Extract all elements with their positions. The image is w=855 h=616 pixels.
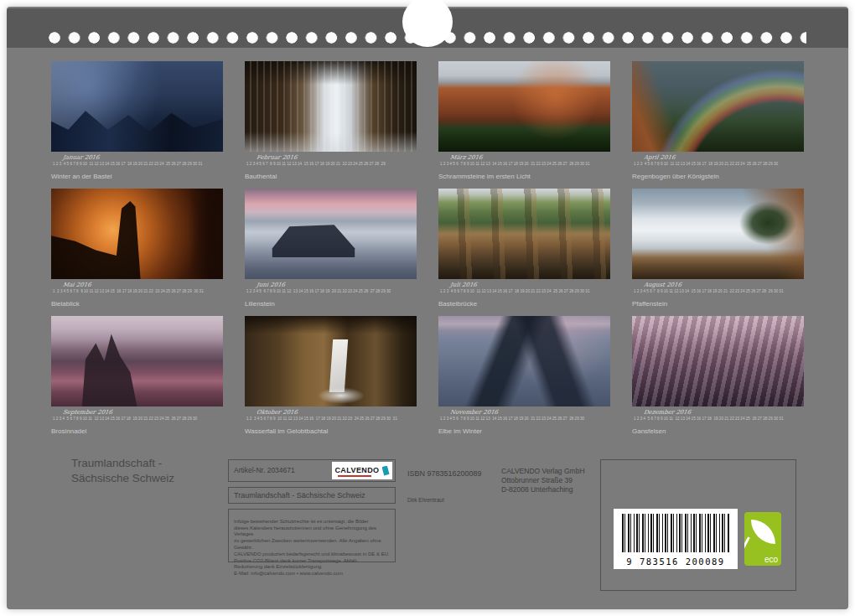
product-title-box: Traumlandschaft - Sächsische Schweiz — [228, 487, 396, 504]
photo-caption: Brosinnadel — [51, 427, 223, 435]
month-thumbnails-grid: Januar 2016 1 2 3 4 5 6 7 8 9 10 11 12 1… — [7, 61, 848, 443]
product-title: Traumlandschaft - Sächsische Schweiz — [234, 491, 365, 500]
photo-august — [632, 189, 804, 279]
month-block-juni: Juni 2016 1 2 3 4 5 6 7 8 9 10 11 12 13 … — [245, 189, 417, 316]
photo-caption: Wasserfall im Gelobtbachtal — [245, 427, 417, 435]
month-label: August 2016 — [643, 282, 804, 288]
calvendo-book-icon — [382, 466, 390, 476]
barcode-panel: 9 783516 200089 — [614, 509, 738, 569]
artikel-number: Artikel-Nr. 2034671 — [234, 466, 295, 474]
photo-november — [438, 316, 610, 406]
mini-calendar-days: 1 2 3 4 5 6 7 8 9 10 11 12 13 14 15 16 1… — [53, 289, 223, 297]
photo-caption: Winter an der Bastei — [51, 173, 223, 180]
month-block-september: September 2016 1 2 3 4 5 6 7 8 9 10 11 1… — [51, 316, 223, 443]
month-label: März 2016 — [449, 154, 610, 161]
mini-calendar-days: 1 2 3 4 5 6 7 8 9 10 11 12 13 14 15 16 1… — [440, 417, 610, 424]
month-label: November 2016 — [449, 409, 610, 416]
photo-oktober — [245, 316, 417, 406]
photo-caption: Pfaffenstein — [632, 300, 804, 308]
photo-juli — [438, 189, 610, 279]
month-label: Februar 2016 — [256, 154, 417, 161]
month-label: Dezember 2016 — [643, 409, 804, 416]
photo-september — [51, 316, 223, 406]
eco-badge: eco — [744, 512, 781, 566]
photo-dezember — [632, 316, 804, 406]
photo-caption: Regenbogen über Königstein — [632, 173, 804, 180]
month-label: Juni 2016 — [256, 282, 417, 288]
photo-caption: Bielablick — [51, 300, 223, 308]
month-block-dezember: Dezember 2016 1 2 3 4 5 6 7 8 9 10 11 12… — [632, 316, 804, 443]
eco-label: eco — [764, 555, 778, 564]
leaf-icon — [751, 520, 775, 544]
mini-calendar-days: 1 2 3 4 5 6 7 8 9 10 11 12 13 14 15 16 1… — [246, 417, 417, 424]
mini-calendar-days: 1 2 3 4 5 6 7 8 9 10 11 12 13 14 15 16 1… — [246, 289, 417, 297]
photo-april — [632, 61, 804, 152]
leaf-stem-icon — [744, 536, 749, 556]
month-label: Januar 2016 — [62, 154, 223, 161]
legal-box: Infolge bestehender Schutzrechte ist es … — [228, 509, 396, 562]
wire-binding-band — [7, 8, 848, 48]
calendar-title: Traumlandschaft - Sächsische Schweiz — [71, 456, 174, 485]
photo-maerz — [438, 61, 610, 152]
mini-calendar-days: 1 2 3 4 5 6 7 8 9 10 11 12 13 14 15 16 1… — [634, 289, 804, 297]
month-block-august: August 2016 1 2 3 4 5 6 7 8 9 10 11 12 1… — [632, 189, 804, 316]
mini-calendar-days: 1 2 3 4 5 6 7 8 9 10 11 12 13 14 15 16 1… — [440, 162, 610, 169]
month-label: Oktober 2016 — [256, 409, 417, 416]
isbn-text: ISBN 9783516200089 — [407, 469, 482, 478]
month-block-november: November 2016 1 2 3 4 5 6 7 8 9 10 11 12… — [438, 316, 610, 443]
author-name: Dirk Ehrentraut — [407, 497, 444, 503]
mini-calendar-days: 1 2 3 4 5 6 7 8 9 10 11 12 13 14 15 16 1… — [53, 417, 223, 424]
month-block-maerz: März 2016 1 2 3 4 5 6 7 8 9 10 11 12 13 … — [438, 61, 610, 189]
month-label: Mai 2016 — [62, 282, 223, 288]
calvendo-logo-tagline-line — [338, 475, 371, 477]
legal-text: Infolge bestehender Schutzrechte ist es … — [234, 519, 390, 576]
photo-mai — [51, 189, 223, 279]
mini-calendar-days: 1 2 3 4 5 6 7 8 9 10 11 12 13 14 15 16 1… — [246, 162, 417, 169]
barcode-bars — [622, 514, 729, 552]
photo-januar — [51, 61, 223, 152]
publisher-address: CALVENDO Verlag GmbH Ottobrunner Straße … — [501, 467, 585, 494]
mini-calendar-days: 1 2 3 4 5 6 7 8 9 10 11 12 13 14 15 16 1… — [440, 289, 610, 297]
photo-caption: Bauthental — [245, 173, 417, 180]
calendar-page: Januar 2016 1 2 3 4 5 6 7 8 9 10 11 12 1… — [7, 7, 848, 609]
month-label: September 2016 — [62, 409, 223, 416]
month-block-juli: Juli 2016 1 2 3 4 5 6 7 8 9 10 11 12 13 … — [438, 189, 610, 316]
photo-februar — [245, 61, 417, 152]
month-label: Juli 2016 — [449, 282, 610, 288]
photo-caption: Schrammsteine im ersten Licht — [438, 173, 610, 180]
artikel-box: Artikel-Nr. 2034671 CALVENDO — [228, 459, 396, 482]
mini-calendar-days: 1 2 3 4 5 6 7 8 9 10 11 12 13 14 15 16 1… — [53, 162, 223, 169]
photo-caption: Elbe im Winter — [438, 427, 610, 435]
month-block-januar: Januar 2016 1 2 3 4 5 6 7 8 9 10 11 12 1… — [51, 61, 223, 189]
mini-calendar-days: 1 2 3 4 5 6 7 8 9 10 11 12 13 14 15 16 1… — [634, 162, 804, 169]
calvendo-logo-text: CALVENDO — [334, 467, 379, 474]
month-block-april: April 2016 1 2 3 4 5 6 7 8 9 10 11 12 13… — [632, 61, 804, 189]
calvendo-logo: CALVENDO — [332, 462, 392, 479]
month-label: April 2016 — [643, 154, 804, 161]
photo-juni — [245, 189, 417, 279]
photo-caption: Gansfelsen — [632, 427, 804, 435]
month-block-oktober: Oktober 2016 1 2 3 4 5 6 7 8 9 10 11 12 … — [245, 316, 417, 443]
calendar-back-cover: Januar 2016 1 2 3 4 5 6 7 8 9 10 11 12 1… — [0, 0, 855, 616]
photo-caption: Basteibrücke — [438, 300, 610, 308]
mini-calendar-days: 1 2 3 4 5 6 7 8 9 10 11 12 13 14 15 16 1… — [634, 417, 804, 424]
month-block-februar: Februar 2016 1 2 3 4 5 6 7 8 9 10 11 12 … — [245, 61, 417, 189]
barcode-box: 9 783516 200089 eco — [600, 459, 796, 591]
month-block-mai: Mai 2016 1 2 3 4 5 6 7 8 9 10 11 12 13 1… — [51, 189, 223, 316]
photo-caption: Lilienstein — [245, 300, 417, 308]
barcode-digits: 9 783516 200089 — [614, 556, 738, 567]
